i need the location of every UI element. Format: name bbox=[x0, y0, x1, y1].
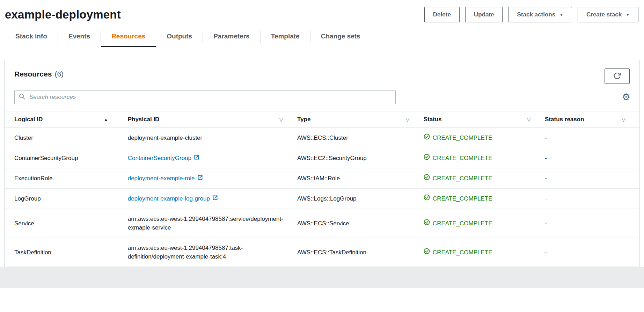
create-stack-label: Create stack bbox=[586, 11, 622, 18]
tab-change-sets[interactable]: Change sets bbox=[310, 27, 371, 47]
filter-icon: ▽ bbox=[621, 116, 625, 123]
sort-ascending-icon: ▲ bbox=[104, 117, 108, 122]
physical-id-cell: deployment-example-log-group bbox=[128, 189, 297, 209]
column-header-logical-id[interactable]: Logical ID ▲ bbox=[5, 111, 128, 128]
physical-id-cell: deployment-example-role bbox=[128, 168, 297, 189]
create-stack-button[interactable]: Create stack ▼ bbox=[578, 7, 638, 22]
column-header-status-reason[interactable]: Status reason ▽ bbox=[545, 111, 639, 128]
stack-tabs: Stack info Events Resources Outputs Para… bbox=[0, 27, 644, 47]
tab-parameters[interactable]: Parameters bbox=[203, 27, 260, 47]
resource-count-badge: (6) bbox=[54, 70, 64, 78]
tab-events[interactable]: Events bbox=[58, 27, 101, 47]
tab-resources[interactable]: Resources bbox=[101, 27, 156, 47]
status-text: CREATE_COMPLETE bbox=[433, 248, 492, 257]
physical-id-link[interactable]: ContainerSecurityGroup bbox=[128, 154, 199, 162]
physical-id-cell: arn:aws:ecs:eu-west-1:299404798587:task-… bbox=[128, 238, 297, 267]
tab-template[interactable]: Template bbox=[261, 27, 310, 47]
physical-id-link-text: deployment-example-log-group bbox=[128, 194, 210, 203]
table-row: TaskDefinition arn:aws:ecs:eu-west-1:299… bbox=[5, 238, 639, 267]
filter-icon: ▽ bbox=[527, 116, 531, 123]
logical-id-cell: LogGroup bbox=[5, 189, 128, 209]
status-success-icon bbox=[424, 154, 430, 162]
external-link-icon bbox=[197, 174, 203, 183]
refresh-icon bbox=[613, 72, 621, 81]
status-cell: CREATE_COMPLETE bbox=[424, 148, 545, 168]
resources-panel: Resources (6) ⚙ bbox=[4, 60, 640, 267]
update-button[interactable]: Update bbox=[465, 7, 503, 22]
column-header-physical-id[interactable]: Physical ID ▽ bbox=[128, 111, 297, 128]
table-row: ExecutionRole deployment-example-role bbox=[5, 168, 639, 189]
search-input[interactable] bbox=[29, 93, 391, 101]
stack-actions-label: Stack actions bbox=[517, 11, 555, 18]
external-link-icon bbox=[194, 154, 199, 162]
status-text: CREATE_COMPLETE bbox=[433, 194, 492, 203]
status-success-icon bbox=[424, 133, 430, 142]
physical-id-link[interactable]: deployment-example-role bbox=[128, 174, 203, 183]
search-icon bbox=[19, 93, 25, 101]
tab-stack-info[interactable]: Stack info bbox=[5, 27, 58, 47]
column-label: Status reason bbox=[545, 116, 584, 123]
refresh-button[interactable] bbox=[605, 68, 630, 84]
status-reason-cell: - bbox=[545, 209, 639, 238]
status-success-icon bbox=[424, 248, 430, 257]
status-cell: CREATE_COMPLETE bbox=[424, 168, 545, 189]
gear-icon[interactable]: ⚙ bbox=[622, 93, 630, 102]
column-label: Type bbox=[297, 116, 310, 123]
column-header-status[interactable]: Status ▽ bbox=[424, 111, 545, 128]
external-link-icon bbox=[212, 194, 218, 203]
type-cell: AWS::ECS::TaskDefinition bbox=[297, 238, 424, 267]
status-cell: CREATE_COMPLETE bbox=[424, 189, 545, 209]
panel-title-text: Resources bbox=[14, 70, 52, 78]
filter-icon: ▽ bbox=[405, 116, 410, 123]
table-row: LogGroup deployment-example-log-group bbox=[5, 189, 639, 209]
filter-icon: ▽ bbox=[279, 116, 284, 123]
page-header: example-deployment Delete Update Stack a… bbox=[0, 0, 644, 22]
column-header-type[interactable]: Type ▽ bbox=[297, 111, 424, 128]
type-cell: AWS::EC2::SecurityGroup bbox=[297, 148, 424, 168]
column-label: Physical ID bbox=[128, 116, 160, 123]
status-success-icon bbox=[424, 174, 430, 183]
panel-title: Resources (6) bbox=[14, 70, 64, 78]
header-actions: Delete Update Stack actions ▼ Create sta… bbox=[424, 7, 638, 22]
physical-id-cell: deployment-example-cluster bbox=[128, 128, 297, 148]
status-success-icon bbox=[424, 194, 430, 203]
caret-down-icon: ▼ bbox=[559, 13, 563, 17]
table-row: ContainerSecurityGroup ContainerSecurity… bbox=[5, 148, 639, 168]
status-reason-cell: - bbox=[545, 148, 639, 168]
type-cell: AWS::ECS::Cluster bbox=[297, 128, 424, 148]
status-reason-cell: - bbox=[545, 238, 639, 267]
table-row: Service arn:aws:ecs:eu-west-1:2994047985… bbox=[5, 209, 639, 238]
delete-button[interactable]: Delete bbox=[424, 7, 460, 22]
page-title: example-deployment bbox=[5, 8, 121, 21]
status-text: CREATE_COMPLETE bbox=[433, 174, 492, 183]
type-cell: AWS::ECS::Service bbox=[297, 209, 424, 238]
type-cell: AWS::Logs::LogGroup bbox=[297, 189, 424, 209]
status-cell: CREATE_COMPLETE bbox=[424, 238, 545, 267]
status-text: CREATE_COMPLETE bbox=[433, 219, 492, 228]
status-text: CREATE_COMPLETE bbox=[433, 154, 492, 162]
column-label: Logical ID bbox=[14, 116, 43, 123]
table-header-row: Logical ID ▲ Physical ID ▽ Type ▽ bbox=[5, 111, 639, 128]
column-label: Status bbox=[424, 116, 442, 123]
physical-id-link-text: deployment-example-role bbox=[128, 174, 195, 183]
physical-id-cell: arn:aws:ecs:eu-west-1:299404798587:servi… bbox=[128, 209, 297, 238]
status-cell: CREATE_COMPLETE bbox=[424, 209, 545, 238]
tab-outputs[interactable]: Outputs bbox=[156, 27, 203, 47]
status-text: CREATE_COMPLETE bbox=[433, 133, 492, 142]
logical-id-cell: TaskDefinition bbox=[5, 238, 128, 267]
search-resources-box[interactable] bbox=[14, 90, 396, 104]
stack-actions-button[interactable]: Stack actions ▼ bbox=[508, 7, 572, 22]
logical-id-cell: ContainerSecurityGroup bbox=[5, 148, 128, 168]
resources-panel-header: Resources (6) bbox=[5, 60, 639, 84]
physical-id-link[interactable]: deployment-example-log-group bbox=[128, 194, 218, 203]
physical-id-cell: ContainerSecurityGroup bbox=[128, 148, 297, 168]
physical-id-link-text: ContainerSecurityGroup bbox=[128, 154, 191, 162]
resources-toolbar: ⚙ bbox=[5, 84, 639, 111]
status-reason-cell: - bbox=[545, 128, 639, 148]
caret-down-icon: ▼ bbox=[626, 13, 630, 17]
status-reason-cell: - bbox=[545, 168, 639, 189]
table-row: Cluster deployment-example-cluster AWS::… bbox=[5, 128, 639, 148]
logical-id-cell: ExecutionRole bbox=[5, 168, 128, 189]
status-success-icon bbox=[424, 219, 430, 228]
type-cell: AWS::IAM::Role bbox=[297, 168, 424, 189]
